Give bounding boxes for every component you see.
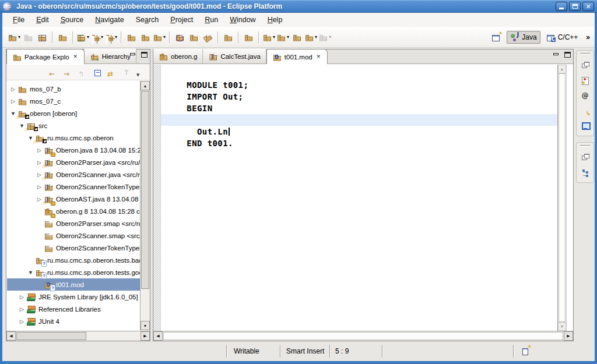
scroll-down-button[interactable] bbox=[558, 322, 566, 331]
toolbar-button[interactable] bbox=[70, 30, 75, 44]
menu-item[interactable]: Source bbox=[55, 14, 90, 26]
declaration-view-button[interactable] bbox=[577, 103, 594, 118]
toolbar-button[interactable] bbox=[215, 30, 220, 44]
open-perspective-button[interactable] bbox=[488, 31, 504, 44]
tab[interactable]: t001.mod bbox=[266, 49, 328, 64]
maximize-view-button[interactable] bbox=[140, 52, 148, 59]
minimize-view-button[interactable] bbox=[128, 52, 136, 59]
print-button[interactable] bbox=[36, 30, 48, 44]
editor-vertical-scrollbar[interactable] bbox=[557, 65, 566, 331]
code-editor[interactable]: MODULE t001; IMPORT Out; BEGIN Out.Strin… bbox=[161, 65, 557, 331]
tree-back-button[interactable] bbox=[47, 66, 60, 79]
code-line[interactable]: Out.String('Hello'); bbox=[161, 103, 557, 114]
open-resource-button[interactable] bbox=[187, 30, 200, 44]
collapse-all-button[interactable] bbox=[91, 66, 104, 79]
code-line[interactable]: MODULE t001; bbox=[161, 68, 557, 79]
tree-item[interactable]: mos_07_b bbox=[7, 83, 140, 95]
toolbar-button[interactable] bbox=[50, 30, 55, 44]
tree-item[interactable]: Oberon2Scanner.java <src/ru bbox=[7, 168, 140, 181]
maximize-editor-button[interactable] bbox=[563, 52, 571, 59]
scroll-right-button[interactable] bbox=[564, 331, 573, 341]
close-button[interactable] bbox=[582, 2, 594, 11]
javadoc-view-button[interactable] bbox=[577, 88, 594, 103]
code-line[interactable]: IMPORT Out; bbox=[161, 79, 557, 91]
new-java-project-button[interactable] bbox=[125, 30, 138, 44]
toolbar-button[interactable] bbox=[118, 30, 124, 44]
tree-expand-toggle[interactable] bbox=[36, 184, 43, 190]
toolbar-button[interactable] bbox=[256, 30, 261, 44]
scrollbar-thumb[interactable] bbox=[163, 332, 563, 340]
tree-expand-toggle[interactable] bbox=[9, 98, 17, 104]
title-bar[interactable]: Java - oberon/src/ru/msu/cmc/sp/oberon/t… bbox=[0, 0, 597, 13]
tree-expand-toggle[interactable] bbox=[36, 147, 43, 153]
forward-button[interactable] bbox=[318, 30, 331, 44]
tree-item[interactable]: ru.msu.cmc.sp.oberon bbox=[7, 132, 140, 144]
next-annotation-button[interactable] bbox=[262, 30, 275, 44]
save-button[interactable] bbox=[22, 30, 34, 44]
menu-item[interactable]: Search bbox=[130, 14, 165, 26]
tree-item[interactable]: JUnit 4 bbox=[7, 315, 140, 327]
code-line[interactable]: END t001. bbox=[161, 126, 557, 137]
web-browser-button[interactable] bbox=[222, 30, 234, 44]
toolbar-button[interactable] bbox=[167, 30, 172, 44]
tree-item[interactable]: Oberon2ScannerTokenTypes. bbox=[7, 181, 140, 193]
tree-expand-toggle[interactable] bbox=[18, 319, 26, 324]
menu-item[interactable]: File bbox=[7, 14, 30, 26]
tab[interactable]: oberon.g bbox=[153, 49, 203, 63]
eclipse-logo-icon[interactable] bbox=[3, 2, 12, 11]
maximize-button[interactable] bbox=[569, 2, 581, 11]
tree-expand-toggle[interactable] bbox=[9, 86, 17, 92]
scroll-left-button[interactable] bbox=[6, 331, 16, 341]
drag-handle[interactable] bbox=[580, 145, 590, 147]
problems-view-button[interactable] bbox=[577, 73, 594, 88]
menu-item[interactable]: Edit bbox=[30, 14, 55, 26]
menu-item[interactable]: Run bbox=[199, 14, 224, 26]
editor-horizontal-scrollbar[interactable] bbox=[153, 331, 573, 341]
tab[interactable]: Package Explo bbox=[6, 49, 85, 64]
menu-item[interactable]: Window bbox=[224, 14, 261, 26]
show-console-button[interactable] bbox=[242, 30, 255, 44]
menu-item[interactable]: Project bbox=[164, 14, 199, 26]
editor-annotation-ruler[interactable] bbox=[153, 65, 161, 331]
scroll-left-button[interactable] bbox=[153, 331, 163, 341]
tree-item[interactable]: Oberon.java 8 13.04.08 15:28 bbox=[7, 144, 140, 156]
tree-item[interactable]: ru.msu.cmc.sp.oberon.tests.good bbox=[7, 266, 140, 278]
drag-handle[interactable] bbox=[580, 53, 590, 55]
tree-vertical-scrollbar[interactable] bbox=[140, 81, 150, 330]
binary-file-button[interactable] bbox=[56, 30, 69, 44]
view-menu-button[interactable] bbox=[135, 66, 148, 79]
tree-item[interactable]: t001.mod bbox=[7, 278, 140, 291]
tree-item[interactable]: OberonAST.java 8 13.04.08 bbox=[7, 193, 140, 205]
last-edit-location-button[interactable] bbox=[290, 30, 303, 44]
previous-annotation-button[interactable] bbox=[276, 30, 289, 44]
minimize-editor-button[interactable] bbox=[552, 52, 560, 59]
java-perspective-button[interactable]: Java bbox=[507, 31, 540, 44]
scroll-down-button[interactable] bbox=[141, 321, 150, 330]
debug-button[interactable] bbox=[76, 30, 89, 44]
tree-item[interactable]: src bbox=[7, 119, 140, 132]
scrollbar-thumb[interactable] bbox=[559, 73, 566, 322]
code-line[interactable]: BEGIN bbox=[161, 91, 557, 103]
menu-item[interactable]: Navigate bbox=[89, 14, 129, 26]
toolbar-button[interactable] bbox=[236, 30, 241, 44]
restore-views-button[interactable] bbox=[577, 58, 594, 73]
tree-item[interactable]: ru.msu.cmc.sp.oberon.tests.bad bbox=[7, 254, 140, 266]
scroll-right-button[interactable] bbox=[141, 331, 150, 341]
new-class-button[interactable] bbox=[153, 30, 166, 44]
link-editor-button[interactable] bbox=[106, 66, 118, 79]
back-button[interactable] bbox=[304, 30, 317, 44]
filter-button[interactable] bbox=[120, 66, 133, 79]
tree-expand-toggle[interactable] bbox=[27, 270, 34, 275]
close-icon[interactable] bbox=[72, 54, 79, 60]
code-line[interactable]: Out.Ln bbox=[161, 114, 557, 126]
tree-horizontal-scrollbar[interactable] bbox=[6, 331, 150, 341]
open-type-button[interactable] bbox=[173, 30, 186, 44]
tree-item[interactable]: Oberon2Scanner.smap <src/r bbox=[7, 229, 140, 242]
perspective-overflow-chevron[interactable]: » bbox=[584, 33, 592, 41]
run-button[interactable] bbox=[90, 30, 103, 44]
editor-overview-ruler[interactable] bbox=[566, 65, 573, 331]
outline-view-button[interactable] bbox=[577, 165, 594, 180]
tree-item[interactable]: Oberon2ScannerTokenTypes. bbox=[7, 242, 140, 254]
tree-item[interactable]: mos_07_c bbox=[7, 95, 140, 107]
tree-item[interactable]: oberon.g 8 13.04.08 15:28 c bbox=[7, 205, 140, 217]
